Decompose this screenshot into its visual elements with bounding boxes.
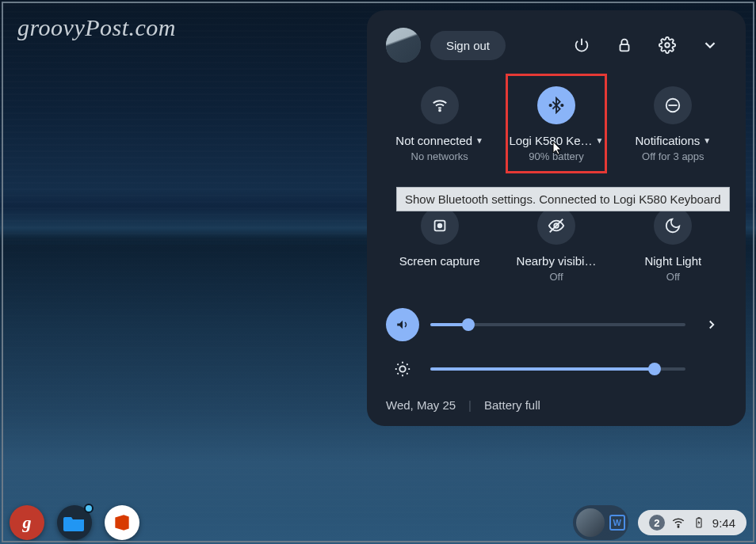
audio-settings-chevron-icon[interactable] xyxy=(697,310,727,340)
screen-capture-label: Screen capture xyxy=(399,254,480,269)
wifi-sublabel: No networks xyxy=(411,150,468,162)
svg-rect-0 xyxy=(620,44,629,51)
nearby-label[interactable]: Nearby visibi… xyxy=(517,254,597,268)
chevron-down-icon: ▼ xyxy=(475,136,483,145)
svg-point-1 xyxy=(665,43,670,48)
svg-point-2 xyxy=(439,110,441,112)
panel-footer: Wed, May 25 | Battery full xyxy=(386,398,727,412)
tile-nearby-visibility: Nearby visibi… Off xyxy=(502,205,609,284)
svg-point-8 xyxy=(437,224,441,228)
sliders-section xyxy=(386,308,727,386)
svg-point-4 xyxy=(561,105,563,106)
wifi-toggle-button[interactable] xyxy=(421,86,459,124)
tile-screen-capture: Screen capture xyxy=(386,205,493,284)
screen-capture-button[interactable] xyxy=(421,207,459,245)
night-light-label[interactable]: Night Light xyxy=(644,254,701,268)
brightness-slider[interactable] xyxy=(430,367,685,371)
tile-notifications: Notifications▼ Off for 3 apps xyxy=(620,85,727,164)
notifications-label[interactable]: Notifications▼ xyxy=(636,134,712,147)
settings-gear-icon[interactable] xyxy=(651,29,684,62)
night-light-sublabel: Off xyxy=(666,271,680,283)
nearby-sublabel: Off xyxy=(549,271,563,283)
tray-avatar xyxy=(576,508,605,537)
chevron-down-icon: ▼ xyxy=(703,136,711,145)
status-tray[interactable]: 2 9:44 xyxy=(638,510,746,535)
svg-point-11 xyxy=(399,366,405,371)
tray-app-badge: W xyxy=(609,515,625,531)
bluetooth-toggle-button[interactable] xyxy=(537,86,575,124)
notification-count-badge: 2 xyxy=(649,515,665,531)
notification-dot xyxy=(84,504,94,513)
bluetooth-tooltip: Show Bluetooth settings. Connected to Lo… xyxy=(396,187,730,211)
site-watermark: groovyPost.com xyxy=(17,14,176,41)
brightness-icon[interactable] xyxy=(386,352,419,386)
app-icon-files[interactable] xyxy=(57,505,92,540)
footer-battery: Battery full xyxy=(484,398,540,412)
quick-tiles-grid: Not connected▼ No networks Logi K580 Ke…… xyxy=(386,85,727,284)
notifications-toggle-button[interactable] xyxy=(654,86,692,124)
shelf: g W 2 9:44 xyxy=(0,501,756,544)
lock-icon[interactable] xyxy=(608,29,641,62)
collapse-chevron-icon[interactable] xyxy=(693,29,727,62)
svg-point-12 xyxy=(678,527,679,528)
app-icon-office[interactable] xyxy=(105,505,139,540)
tile-wifi: Not connected▼ No networks xyxy=(386,85,493,164)
wifi-label[interactable]: Not connected▼ xyxy=(395,134,483,147)
volume-icon[interactable] xyxy=(386,308,419,341)
notifications-sublabel: Off for 3 apps xyxy=(642,150,704,162)
volume-slider-row xyxy=(386,308,727,341)
svg-rect-14 xyxy=(697,517,700,519)
mouse-cursor-icon xyxy=(552,141,563,157)
app-icon-groovypost[interactable]: g xyxy=(10,505,44,540)
wifi-status-icon xyxy=(671,515,685,530)
volume-slider[interactable] xyxy=(430,323,685,326)
panel-header: Sign out xyxy=(386,28,727,63)
user-tray[interactable]: W xyxy=(573,505,628,540)
tray-clock: 9:44 xyxy=(712,516,735,530)
user-avatar[interactable] xyxy=(386,28,421,63)
footer-date: Wed, May 25 xyxy=(386,398,456,412)
tile-night-light: Night Light Off xyxy=(620,205,727,284)
chevron-down-icon: ▼ xyxy=(596,136,604,145)
quick-settings-panel: Sign out Not connected▼ No networks xyxy=(367,10,746,426)
nearby-visibility-button[interactable] xyxy=(537,207,575,245)
svg-point-3 xyxy=(549,105,551,106)
night-light-button[interactable] xyxy=(654,207,692,245)
sign-out-button[interactable]: Sign out xyxy=(430,31,506,60)
battery-status-icon xyxy=(692,515,706,530)
brightness-slider-row xyxy=(386,352,727,386)
power-icon[interactable] xyxy=(565,29,598,62)
